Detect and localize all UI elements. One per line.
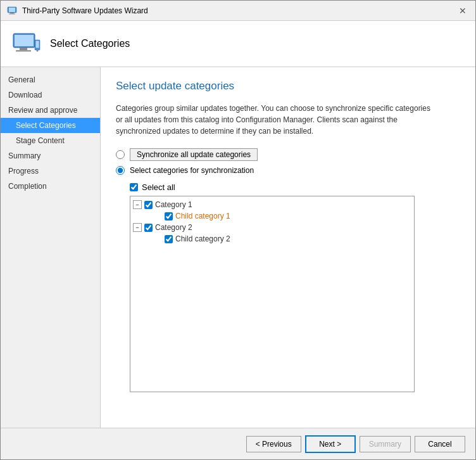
select-all-label: Select all <box>142 182 175 192</box>
dialog-header: Select Categories <box>1 21 475 67</box>
main-content: General Download Review and approve Sele… <box>1 67 475 428</box>
sync-all-radio[interactable] <box>116 150 125 159</box>
select-all-checkbox[interactable] <box>130 183 138 191</box>
sidebar-item-review-approve[interactable]: Review and approve <box>1 103 100 118</box>
sidebar-item-completion[interactable]: Completion <box>1 179 100 194</box>
tree-container: Select all − Category 1 Child cat <box>130 182 460 392</box>
sidebar-item-general[interactable]: General <box>1 72 100 87</box>
description-text: Categories group similar updates togethe… <box>116 103 432 137</box>
sidebar: General Download Review and approve Sele… <box>1 67 101 428</box>
checkbox-category1[interactable] <box>144 201 153 209</box>
select-specific-radio[interactable] <box>116 166 125 175</box>
close-button[interactable]: ✕ <box>456 4 469 17</box>
svg-rect-1 <box>9 8 15 12</box>
content-area: Select update categories Categories grou… <box>101 67 475 428</box>
sidebar-item-select-categories[interactable]: Select Categories <box>1 118 100 133</box>
sidebar-item-progress[interactable]: Progress <box>1 163 100 179</box>
svg-rect-9 <box>36 41 39 48</box>
tree-box[interactable]: − Category 1 Child category 1 <box>130 196 415 392</box>
sidebar-item-summary[interactable]: Summary <box>1 148 100 163</box>
title-bar-left: Third-Party Software Updates Wizard <box>7 6 148 16</box>
child-category1-label: Child category 1 <box>175 212 230 220</box>
sidebar-item-download[interactable]: Download <box>1 87 100 103</box>
sidebar-item-stage-content[interactable]: Stage Content <box>1 133 100 148</box>
expand-icon-category2[interactable]: − <box>133 223 142 232</box>
child-category2-label: Child category 2 <box>175 234 230 243</box>
checkbox-category2[interactable] <box>144 224 153 232</box>
tree-child-category2: Child category 2 <box>153 233 411 245</box>
app-icon <box>7 6 17 16</box>
radio-group: Synchronize all update categories Select… <box>116 148 460 175</box>
select-specific-label: Select categories for synchronization <box>130 166 254 175</box>
sync-all-button[interactable]: Synchronize all update categories <box>130 148 258 161</box>
cancel-button[interactable]: Cancel <box>415 436 465 452</box>
select-all-row: Select all <box>130 182 460 192</box>
select-specific-option: Select categories for synchronization <box>116 166 460 175</box>
title-bar: Third-Party Software Updates Wizard ✕ <box>1 1 475 21</box>
svg-point-10 <box>37 50 39 52</box>
next-button[interactable]: Next > <box>305 435 356 453</box>
svg-rect-5 <box>15 35 34 46</box>
svg-rect-3 <box>9 13 15 14</box>
wizard-window: Third-Party Software Updates Wizard ✕ Se… <box>0 0 476 460</box>
svg-rect-6 <box>20 48 27 50</box>
tree-node-child-category2: Child category 2 <box>153 233 411 245</box>
checkbox-child-category1[interactable] <box>165 212 173 220</box>
expand-icon-category1[interactable]: − <box>133 200 142 209</box>
header-icon <box>11 29 41 59</box>
svg-rect-7 <box>16 50 31 52</box>
content-title: Select update categories <box>116 80 460 93</box>
window-title: Third-Party Software Updates Wizard <box>22 6 148 15</box>
summary-button[interactable]: Summary <box>360 436 411 452</box>
footer: < Previous Next > Summary Cancel <box>1 428 475 459</box>
tree-node-category1: − Category 1 <box>133 199 411 210</box>
tree-node-category2: − Category 2 <box>133 222 411 233</box>
previous-button[interactable]: < Previous <box>246 436 301 452</box>
tree-node-child-category1: Child category 1 <box>153 210 411 222</box>
svg-rect-2 <box>10 13 14 14</box>
header-title: Select Categories <box>50 38 130 49</box>
tree-child-category1: Child category 1 <box>153 210 411 222</box>
sync-all-option: Synchronize all update categories <box>116 148 460 161</box>
checkbox-child-category2[interactable] <box>165 235 173 243</box>
category1-label: Category 1 <box>155 200 192 209</box>
category2-label: Category 2 <box>155 223 192 232</box>
